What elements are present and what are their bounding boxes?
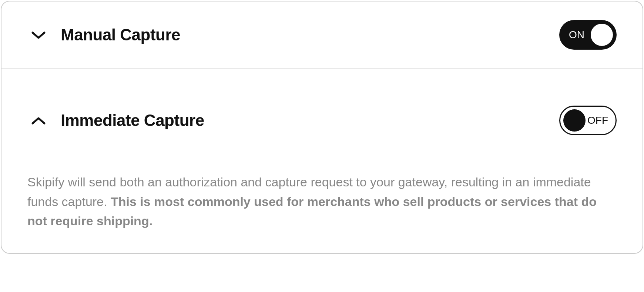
toggle-knob-immediate <box>563 109 586 132</box>
section-immediate-capture: Immediate Capture OFF Skipify will send … <box>1 69 643 253</box>
section-title-immediate: Immediate Capture <box>61 111 204 130</box>
settings-panel: Manual Capture ON Immediate Capture OFF <box>1 1 643 254</box>
toggle-label-manual: ON <box>569 29 584 41</box>
description-immediate: Skipify will send both an authorization … <box>27 172 617 231</box>
toggle-immediate-capture[interactable]: OFF <box>559 106 617 135</box>
toggle-manual-capture[interactable]: ON <box>559 20 617 50</box>
toggle-knob-manual <box>591 24 613 46</box>
section-manual-capture: Manual Capture ON <box>1 1 643 68</box>
header-left-manual: Manual Capture <box>31 26 180 44</box>
section-body-immediate: Skipify will send both an authorization … <box>1 161 643 253</box>
chevron-down-icon <box>31 27 46 42</box>
section-header-manual-capture[interactable]: Manual Capture ON <box>1 1 643 68</box>
toggle-label-immediate: OFF <box>587 115 608 126</box>
chevron-up-icon <box>31 113 46 128</box>
section-title-manual: Manual Capture <box>61 26 180 44</box>
header-left-immediate: Immediate Capture <box>31 111 204 130</box>
section-header-immediate-capture[interactable]: Immediate Capture OFF <box>1 69 643 161</box>
description-bold-text: This is most commonly used for merchants… <box>27 195 597 228</box>
